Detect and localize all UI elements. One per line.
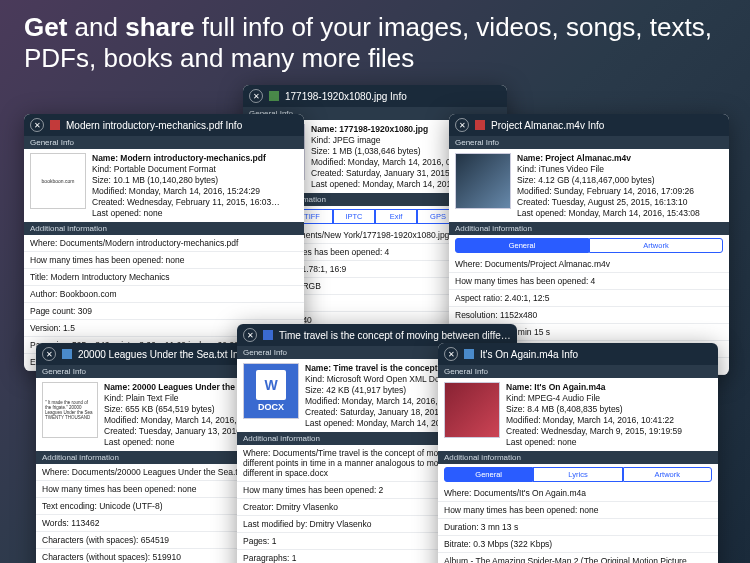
svg-rect-2	[475, 120, 485, 130]
tab-general[interactable]: General	[444, 467, 533, 482]
info-list: Where: Documents/It's On Again.m4a How m…	[438, 485, 718, 563]
info-row: How many times has been opened: 4	[449, 273, 729, 290]
tab-artwork[interactable]: Artwork	[589, 238, 723, 253]
panel-m4a: ✕ It's On Again.m4a Info General Info Na…	[438, 343, 718, 563]
tab-exif[interactable]: Exif	[375, 209, 417, 224]
section-general: General Info	[24, 136, 304, 149]
word-file-icon	[263, 330, 273, 340]
panel-header: ✕ Project Almanac.m4v Info	[449, 114, 729, 136]
tab-general[interactable]: General	[455, 238, 589, 253]
thumbnail	[444, 382, 500, 438]
panel-header: ✕ 177198-1920x1080.jpg Info	[243, 85, 507, 107]
general-info: Name: It's On Again.m4a Kind: MPEG-4 Aud…	[506, 382, 682, 447]
close-icon[interactable]: ✕	[30, 118, 44, 132]
close-icon[interactable]: ✕	[42, 347, 56, 361]
audio-file-icon	[464, 349, 474, 359]
info-row: Album - The Amazing Spider-Man 2 (The Or…	[438, 553, 718, 563]
pdf-file-icon	[50, 120, 60, 130]
tab-artwork[interactable]: Artwork	[623, 467, 712, 482]
general-info: Name: Modern introductory-mechanics.pdf …	[92, 153, 280, 218]
info-row: Resolution: 1152x480	[449, 307, 729, 324]
svg-rect-1	[50, 120, 60, 130]
close-icon[interactable]: ✕	[243, 328, 257, 342]
svg-rect-3	[62, 349, 72, 359]
svg-rect-5	[464, 349, 474, 359]
info-row: How many times has been opened: none	[24, 252, 304, 269]
thumbnail: WDOCX	[243, 363, 299, 419]
section-general: General Info	[438, 365, 718, 378]
info-row: Where: Documents/It's On Again.m4a	[438, 485, 718, 502]
info-row: Aspect ratio: 2.40:1, 12:5	[449, 290, 729, 307]
svg-rect-0	[269, 91, 279, 101]
info-row: Title: Modern Introductory Mechanics	[24, 269, 304, 286]
section-general: General Info	[449, 136, 729, 149]
info-row: Page count: 309	[24, 303, 304, 320]
panel-title: Modern introductory-mechanics.pdf Info	[66, 120, 242, 131]
svg-rect-4	[263, 330, 273, 340]
close-icon[interactable]: ✕	[444, 347, 458, 361]
panel-title: Time travel is the concept of moving bet…	[279, 330, 511, 341]
panel-header: ✕ Modern introductory-mechanics.pdf Info	[24, 114, 304, 136]
tab-iptc[interactable]: IPTC	[333, 209, 375, 224]
info-row: How many times has been opened: none	[438, 502, 718, 519]
close-icon[interactable]: ✕	[455, 118, 469, 132]
tabs: General Lyrics Artwork	[438, 464, 718, 485]
thumbnail	[455, 153, 511, 209]
section-additional: Additional information	[449, 222, 729, 235]
info-row: Duration: 3 mn 13 s	[438, 519, 718, 536]
close-icon[interactable]: ✕	[249, 89, 263, 103]
text-file-icon	[62, 349, 72, 359]
panel-header: ✕ It's On Again.m4a Info	[438, 343, 718, 365]
section-additional: Additional information	[24, 222, 304, 235]
info-row: Bitrate: 0.3 Mbps (322 Kbps)	[438, 536, 718, 553]
image-file-icon	[269, 91, 279, 101]
tabs: General Artwork	[449, 235, 729, 256]
info-row: Author: Bookboon.com	[24, 286, 304, 303]
panel-title: 20000 Leagues Under the Sea.txt Info	[78, 349, 247, 360]
general-info: Name: Project Almanac.m4v Kind: iTunes V…	[517, 153, 700, 218]
headline: Get and share full info of your images, …	[24, 12, 726, 74]
video-file-icon	[475, 120, 485, 130]
info-row: Where: Documents/Modern introductory-mec…	[24, 235, 304, 252]
thumbnail: " It made the round of the frigate." 200…	[42, 382, 98, 438]
tab-lyrics[interactable]: Lyrics	[533, 467, 622, 482]
thumbnail: bookboon.com	[30, 153, 86, 209]
section-additional: Additional information	[438, 451, 718, 464]
panel-title: Project Almanac.m4v Info	[491, 120, 604, 131]
panel-title: It's On Again.m4a Info	[480, 349, 578, 360]
panel-title: 177198-1920x1080.jpg Info	[285, 91, 407, 102]
info-row: Where: Documents/Project Almanac.m4v	[449, 256, 729, 273]
